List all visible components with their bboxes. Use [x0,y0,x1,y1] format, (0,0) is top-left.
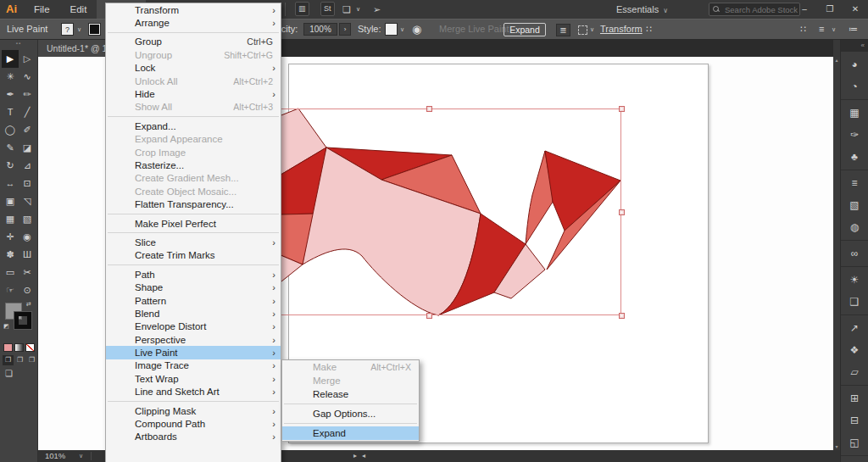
expand-panels-icon[interactable]: « [841,40,868,52]
menu-item-lock[interactable]: Lock› [106,62,281,75]
align-dots-icon[interactable]: ∷ [646,19,652,39]
select-similar-icon[interactable] [578,25,587,35]
stroke-swatch[interactable] [88,23,101,36]
selection-handle[interactable] [426,106,432,112]
type-tool-icon[interactable]: T [2,103,19,121]
selection-bounding-box[interactable] [236,109,621,315]
menu-item-make[interactable]: MakeAlt+Ctrl+X [282,360,419,374]
menu-item-clipping-mask[interactable]: Clipping Mask› [106,404,281,417]
gradient-button[interactable] [14,343,24,352]
blend-tool-icon[interactable]: ◉ [19,228,36,246]
pen-tool-icon[interactable]: ✒ [2,86,19,103]
menu-item-merge[interactable]: Merge [282,374,419,387]
chevron-down-icon[interactable]: ∨ [590,19,594,39]
menu-item-flatten-transparency[interactable]: Flatten Transparency... [106,198,281,210]
chevron-down-icon[interactable]: ∨ [79,450,83,462]
menu-item-gap-options[interactable]: Gap Options... [282,407,419,420]
minimize-button[interactable]: – [792,0,817,19]
color-button[interactable] [3,343,13,352]
menu-item-pattern[interactable]: Pattern› [106,294,281,307]
curvature-tool-icon[interactable]: ✏ [19,86,36,103]
layers-panel-icon[interactable]: ❖ [841,339,868,361]
screen-mode-icon[interactable]: ❏ [5,369,13,378]
menu-item-shape[interactable]: Shape› [106,281,281,293]
menu-item-perspective[interactable]: Perspective› [106,333,281,346]
expand-button[interactable]: Expand [504,23,546,36]
workspace-switcher-icon[interactable]: ❏ [342,2,351,17]
menu-item-unlock-all[interactable]: Unlock AllAlt+Ctrl+2 [106,75,281,87]
menu-item-blend[interactable]: Blend› [106,307,281,320]
chevron-down-icon[interactable]: ∨ [400,19,404,39]
gradient-tool-icon[interactable]: ▧ [19,210,36,228]
appearance-panel-icon[interactable]: ☀ [841,269,868,291]
menu-item-compound-path[interactable]: Compound Path› [106,417,281,430]
mesh-tool-icon[interactable]: ▦ [2,210,19,228]
chevron-down-icon[interactable]: ∨ [356,2,360,17]
lasso-tool-icon[interactable]: ∿ [19,68,36,86]
opacity-spinner[interactable]: › [339,23,351,36]
hand-tool-icon[interactable]: ☞ [2,281,19,299]
menu-item-expand-appearance[interactable]: Expand Appearance [106,133,281,146]
magic-wand-tool-icon[interactable]: ✳ [2,68,19,86]
menu-item-crop-image[interactable]: Crop Image [106,146,281,159]
eraser-tool-icon[interactable]: ◪ [19,139,36,157]
pathfinder-panel-icon[interactable]: ◱ [841,431,868,454]
shaper-tool-icon[interactable]: ✎ [2,139,19,157]
menu-item-arrange[interactable]: Arrange› [106,16,281,29]
perspective-grid-tool-icon[interactable]: ◹ [19,192,36,210]
menu-item-create-trim-marks[interactable]: Create Trim Marks [106,249,281,262]
menu-item-live-paint[interactable]: Live Paint› [106,346,281,359]
cc-libraries-panel-icon[interactable]: ∞ [841,242,868,264]
opacity-field[interactable]: 100% [303,23,337,36]
fill-swatch[interactable]: ? [61,23,74,36]
selection-handle[interactable] [619,209,625,215]
selection-handle[interactable] [619,106,625,112]
zoom-tool-icon[interactable]: ⊙ [19,281,36,299]
transparency-panel-icon[interactable]: ◍ [841,216,868,238]
rotate-tool-icon[interactable]: ↻ [2,157,19,175]
merge-live-paint-button[interactable]: Merge Live Paint [439,19,509,39]
graphic-styles-panel-icon[interactable]: ❑ [841,291,868,313]
panel-options-icon[interactable]: ≣ [556,24,570,36]
menu-item-path[interactable]: Path› [106,268,281,281]
eyedropper-tool-icon[interactable]: ✛ [2,228,19,246]
free-transform-tool-icon[interactable]: ⊡ [19,175,36,192]
selection-handle[interactable] [619,313,625,319]
artboards-panel-icon[interactable]: ▱ [841,361,868,383]
prev-artboard-icon[interactable]: ◂ [362,452,370,459]
control-menu-icon[interactable]: ≔ [849,19,858,39]
color-guide-panel-icon[interactable]: ◔ [841,75,868,97]
stock-search[interactable] [709,3,800,16]
menu-item-rasterize[interactable]: Rasterize... [106,159,281,171]
direct-selection-tool-icon[interactable]: ▷ [19,50,36,68]
menu-item-image-trace[interactable]: Image Trace› [106,359,281,372]
swatches-panel-icon[interactable]: ▦ [841,102,868,124]
menu-item-slice[interactable]: Slice› [106,236,281,248]
chevron-down-icon[interactable]: ∨ [77,19,81,39]
menu-item-transform[interactable]: Transform› [106,3,281,16]
artboard-tool-icon[interactable]: ▭ [2,264,19,281]
search-input[interactable] [723,4,799,15]
shape-builder-tool-icon[interactable]: ▣ [2,192,19,210]
menu-item-line-and-sketch-art[interactable]: Line and Sketch Art› [106,386,281,398]
vertical-scrollbar[interactable]: ▴ ▾ [833,57,840,450]
transform-link[interactable]: Transform [600,19,643,39]
adobe-stock-icon[interactable]: St [320,2,335,16]
draw-inside-icon[interactable]: ❐ [26,355,37,365]
align-panel-icon[interactable]: ⊟ [841,409,868,431]
next-artboard-icon[interactable]: ▸ [353,452,362,459]
zoom-level[interactable]: 101% [45,450,65,462]
menu-file[interactable]: File [24,0,60,19]
paintbrush-tool-icon[interactable]: ✐ [19,121,36,139]
chevron-down-icon[interactable]: ∨ [832,19,836,39]
draw-behind-icon[interactable]: ❐ [14,355,25,365]
selection-tool-icon[interactable]: ▶ [2,50,19,68]
selection-handle[interactable] [426,313,432,319]
menu-edit[interactable]: Edit [60,0,97,19]
menu-item-release[interactable]: Release [282,387,419,401]
menu-item-group[interactable]: GroupCtrl+G [106,36,281,48]
workspace-selector[interactable]: Essentials∨ [616,0,668,19]
transform-panel-icon[interactable]: ⊞ [841,387,868,409]
stroke-box[interactable] [14,312,31,329]
menu-item-ungroup[interactable]: UngroupShift+Ctrl+G [106,48,281,61]
